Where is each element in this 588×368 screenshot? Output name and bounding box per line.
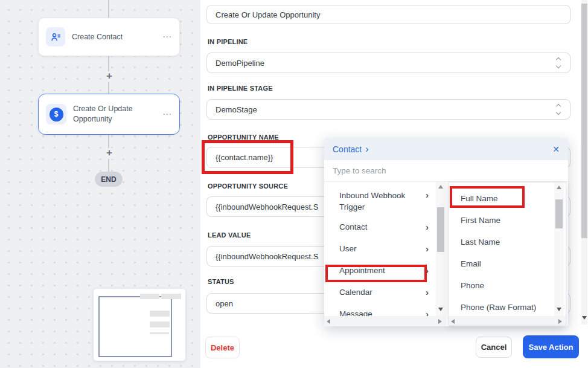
action-settings-panel: IN PIPELINE DemoPipeline IN PIPELINE STA… <box>200 0 588 368</box>
field-submenu: Full Name First Name Last Name Email Pho… <box>448 182 566 326</box>
scrollbar-thumb[interactable] <box>581 4 587 238</box>
add-step-button[interactable]: + <box>103 71 115 82</box>
action-name-input[interactable] <box>206 5 570 24</box>
submenu-hscrollbar[interactable] <box>449 316 566 326</box>
minimap-node-bar <box>150 332 169 334</box>
submenu-item-phone-raw-format[interactable]: Phone (Raw Format) <box>449 296 554 316</box>
menu-item-user[interactable]: User › <box>324 237 436 259</box>
select-arrows-icon <box>557 58 560 68</box>
submenu-item-phone[interactable]: Phone <box>449 274 554 296</box>
submenu-item-email[interactable]: Email <box>449 253 554 274</box>
node-menu-icon[interactable]: ⋯ <box>162 109 172 120</box>
add-step-button[interactable]: + <box>103 148 115 159</box>
end-node: END <box>95 172 123 187</box>
minimap-node-bar <box>140 294 159 299</box>
close-icon[interactable]: ✕ <box>552 144 560 154</box>
popover-search <box>324 160 568 182</box>
field-label-opportunity-name: OPPORTUNITY NAME <box>208 134 279 141</box>
menu-item-calendar[interactable]: Calendar › <box>324 281 436 303</box>
save-action-button[interactable]: Save Action <box>523 335 579 358</box>
breadcrumb[interactable]: Contact › <box>333 144 369 154</box>
field-label-in-pipeline: IN PIPELINE <box>208 38 248 45</box>
chevron-right-icon: › <box>426 309 429 317</box>
chevron-right-icon: › <box>426 287 429 297</box>
pipeline-stage-select[interactable]: DemoStage <box>206 99 570 120</box>
workflow-node-create-or-update-opportunity[interactable]: $ Create Or Update Opportunity ⋯ <box>38 94 180 135</box>
menu-item-contact[interactable]: Contact › <box>324 216 436 237</box>
search-input[interactable] <box>324 166 568 175</box>
chevron-right-icon: › <box>426 222 429 232</box>
workflow-canvas[interactable]: Create Contact ⋯ + $ Create Or Update Op… <box>0 0 200 368</box>
field-label-lead-value: LEAD VALUE <box>208 231 251 239</box>
chevron-right-icon: › <box>426 244 429 254</box>
node-label: Create Contact <box>72 32 156 42</box>
minimap-node-bar <box>161 294 181 299</box>
pipeline-select[interactable]: DemoPipeline <box>206 53 570 73</box>
minimap[interactable] <box>94 289 185 361</box>
opportunity-dollar-icon: $ <box>46 104 66 124</box>
submenu-item-first-name[interactable]: First Name <box>449 209 554 231</box>
workflow-node-create-contact[interactable]: Create Contact ⋯ <box>38 18 180 56</box>
minimap-node-bar <box>150 321 170 328</box>
category-menu: Inbound Webhook Trigger › Contact › User… <box>324 182 436 316</box>
cancel-button[interactable]: Cancel <box>476 337 512 358</box>
field-label-status: STATUS <box>208 278 234 285</box>
node-menu-icon[interactable]: ⋯ <box>162 31 172 42</box>
workflow-builder: Create Contact ⋯ + $ Create Or Update Op… <box>0 0 588 368</box>
menu-scrollbar[interactable] <box>436 182 446 316</box>
popover-header: Contact › ✕ <box>324 138 568 160</box>
chevron-right-icon: › <box>365 144 368 154</box>
delete-button[interactable]: Delete <box>205 337 240 358</box>
panel-scrollbar[interactable] <box>581 0 587 324</box>
menu-item-inbound-webhook-trigger[interactable]: Inbound Webhook Trigger › <box>324 187 436 216</box>
select-arrows-icon <box>557 105 560 114</box>
submenu-item-last-name[interactable]: Last Name <box>449 231 554 253</box>
menu-item-message[interactable]: Message › <box>324 303 436 316</box>
submenu-item-full-name[interactable]: Full Name <box>449 187 554 209</box>
field-label-opportunity-source: OPPORTUNITY SOURCE <box>208 182 288 190</box>
scroll-down-icon[interactable] <box>582 316 587 320</box>
chevron-right-icon: › <box>426 265 429 276</box>
field-label-in-pipeline-stage: IN PIPELINE STAGE <box>208 85 273 92</box>
popover-body: Inbound Webhook Trigger › Contact › User… <box>324 182 568 326</box>
node-label: Create Or Update Opportunity <box>73 104 147 124</box>
menu-item-appointment[interactable]: Appointment › <box>324 259 436 281</box>
custom-values-popover: Contact › ✕ Inbound Webhook Trigger › Co… <box>324 138 568 326</box>
contact-icon <box>46 27 65 47</box>
submenu-scrollbar[interactable] <box>554 182 564 316</box>
chevron-right-icon: › <box>426 190 429 200</box>
menu-hscrollbar[interactable] <box>324 316 446 326</box>
minimap-node-bar <box>150 311 170 317</box>
